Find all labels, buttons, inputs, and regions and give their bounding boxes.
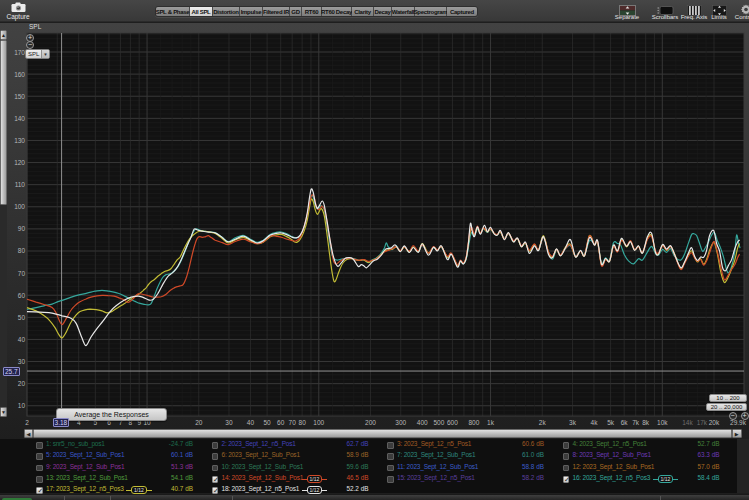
legend-checkbox-6[interactable] — [212, 453, 219, 460]
dropdown-arrow-icon: ▼ — [41, 50, 49, 58]
legend-name[interactable]: 5: 2023_Sept_12_Sub_Pos1 — [46, 451, 124, 458]
cursor-spl-value: 25.7 — [3, 367, 20, 376]
x-zoom-out-button[interactable]: − — [729, 412, 737, 420]
legend-checkbox-8[interactable] — [563, 453, 570, 460]
legend-name[interactable]: 10: 2023_Sept_12_Sub_Pos1 — [222, 463, 304, 470]
legend-checkbox-4[interactable] — [563, 442, 570, 449]
legend-entry-4: 4: 2023_Sept_12_n5_Pos152.7 dB — [563, 440, 720, 451]
legend-value: 60.1 dB — [143, 451, 193, 458]
legend-checkbox-18[interactable] — [212, 487, 219, 494]
legend-name[interactable]: 13: 2023_Sept_12_Sub_Pos1 — [46, 474, 128, 481]
divider — [110, 496, 111, 500]
legend-value: 58.2 dB — [494, 474, 544, 481]
controls-button[interactable]: Controls — [724, 2, 749, 22]
legend-checkbox-17[interactable] — [36, 487, 43, 494]
legend-checkbox-12[interactable] — [563, 465, 570, 472]
legend-checkbox-10[interactable] — [212, 465, 219, 472]
legend-value: 52.2 dB — [319, 485, 369, 492]
x-tick-label: 2 — [25, 419, 29, 426]
legend-checkbox-14[interactable] — [212, 476, 219, 483]
horizontal-scrollbar-thumb[interactable] — [33, 429, 732, 438]
legend-name[interactable]: 16: 2023_Sept_12_n5_Pos3 — [573, 474, 651, 481]
tab-spl-phase[interactable]: SPL & Phase — [156, 7, 190, 16]
legend-entry-15: 15: 2023_Sept_12_n5_Pos158.2 dB — [387, 474, 544, 485]
toolbar-button-label: Controls — [724, 14, 749, 20]
legend-name[interactable]: 7: 2023_Sept_12_Sub_Pos1 — [397, 451, 475, 458]
right-arrow-icon: ▶ — [732, 431, 742, 437]
tab-all-spl[interactable]: All SPL — [190, 7, 213, 16]
spl-chart[interactable] — [0, 23, 749, 439]
legend-entry-2: 2: 2023_Sept_12_n5_Pos162.7 dB — [212, 440, 369, 451]
legend-name[interactable]: 4: 2023_Sept_12_n5_Pos1 — [573, 440, 647, 447]
legend-name[interactable]: 3: 2023_Sept_12_n5_Pos1 — [397, 440, 471, 447]
vertical-scrollbar-thumb[interactable] — [0, 40, 7, 205]
tab-gd[interactable]: GD — [290, 7, 302, 16]
legend-value: 54.1 dB — [143, 474, 193, 481]
camera-icon — [11, 2, 26, 12]
tab-decay[interactable]: Decay — [374, 7, 392, 16]
x-tick-label: 50 — [263, 419, 270, 426]
legend-value: 58.9 dB — [319, 451, 369, 458]
legend-name[interactable]: 11: 2023_Sept_12_Sub_Pos1 — [397, 463, 478, 470]
legend-name[interactable]: 8: 2023_Sept_12_Sub_Pos1 — [573, 451, 651, 458]
legend-checkbox-11[interactable] — [387, 465, 394, 472]
tab-spectrogram[interactable]: Spectrogram — [415, 7, 447, 16]
x-zoom-in-button[interactable]: + — [741, 412, 749, 420]
measurement-legend: 1: snr5_no_sub_pos1-24.7 dB2: 2023_Sept_… — [0, 439, 749, 493]
legend-name[interactable]: 15: 2023_Sept_12_n5_Pos1 — [397, 474, 475, 481]
x-tick-label: 200 — [365, 419, 376, 426]
legend-checkbox-3[interactable] — [387, 442, 394, 449]
legend-checkbox-7[interactable] — [387, 453, 394, 460]
tab-waterfall[interactable]: Waterfall — [392, 7, 415, 16]
legend-name[interactable]: 17: 2023_Sept_12_n5_Pos3 — [46, 485, 124, 492]
divider — [232, 496, 233, 500]
capture-button[interactable]: Capture — [2, 1, 34, 21]
legend-checkbox-15[interactable] — [387, 476, 394, 483]
legend-name[interactable]: 14: 2023_Sept_12_Sub_Pos1 — [222, 474, 304, 481]
range-10-200-button[interactable]: 10 .. 200 — [709, 394, 747, 402]
legend-name[interactable]: 12: 2023_Sept_12_Sub_Pos1 — [573, 463, 655, 470]
legend-checkbox-1[interactable] — [36, 442, 43, 449]
tab-captured[interactable]: Captured — [447, 7, 477, 16]
legend-entry-8: 8: 2023_Sept_12_Sub_Pos163.3 dB — [563, 451, 720, 462]
legend-checkbox-16[interactable] — [563, 476, 570, 483]
legend-name[interactable]: 18: 2023_Sept_12_n5_Pos1 — [222, 485, 300, 492]
legend-entry-10: 10: 2023_Sept_12_Sub_Pos159.6 dB — [212, 463, 369, 474]
tab-filtered-ir[interactable]: Filtered IR — [263, 7, 290, 16]
legend-checkbox-13[interactable] — [36, 476, 43, 483]
legend-checkbox-5[interactable] — [36, 453, 43, 460]
tab-impulse[interactable]: Impulse — [240, 7, 263, 16]
x-tick-label: 70 — [289, 419, 296, 426]
tab-clarity[interactable]: Clarity — [352, 7, 374, 16]
x-tick-label: 29.9k — [730, 419, 746, 426]
x-tick-label: 8k — [642, 419, 649, 426]
trace-type-dropdown[interactable]: SPL ▼ — [25, 49, 50, 59]
y-tick-label: 160 — [8, 71, 25, 78]
y-tick-label: 20 — [8, 380, 25, 387]
legend-name[interactable]: 9: 2023_Sept_12_Sub_Pos1 — [46, 463, 124, 470]
legend-checkbox-9[interactable] — [36, 465, 43, 472]
legend-value: 46.5 dB — [319, 474, 369, 481]
legend-entry-9: 9: 2023_Sept_12_Sub_Pos151.3 dB — [36, 463, 193, 474]
y-tick-label: 60 — [8, 292, 25, 299]
tab-rt60-decay[interactable]: RT60 Decay — [322, 7, 352, 16]
y-tick-label: 10 — [8, 402, 25, 409]
tab-distortion[interactable]: Distortion — [213, 7, 240, 16]
y-zoom-out-button[interactable]: − — [26, 41, 34, 49]
legend-checkbox-2[interactable] — [212, 442, 219, 449]
legend-name[interactable]: 6: 2023_Sept_12_Sub_Pos1 — [222, 451, 300, 458]
legend-value: 58.4 dB — [670, 474, 720, 481]
y-tick-label: 150 — [8, 93, 25, 100]
average-responses-button[interactable]: Average the Responses — [56, 408, 167, 421]
tab-rt60[interactable]: RT60 — [302, 7, 322, 16]
legend-gutter — [737, 439, 749, 493]
legend-name[interactable]: 2: 2023_Sept_12_n5_Pos1 — [222, 440, 296, 447]
legend-name[interactable]: 1: snr5_no_sub_pos1 — [46, 440, 105, 447]
y-tick-label: 90 — [8, 225, 25, 232]
range-20-20000-button[interactable]: 20 .. 20,000 — [706, 403, 747, 411]
view-tabs: SPL & PhaseAll SPLDistortionImpulseFilte… — [155, 6, 478, 17]
x-tick-label: 7k — [632, 419, 639, 426]
legend-value: 40.7 dB — [143, 485, 193, 492]
x-tick-label: 2k — [539, 419, 546, 426]
x-tick-label: 10k — [657, 419, 667, 426]
